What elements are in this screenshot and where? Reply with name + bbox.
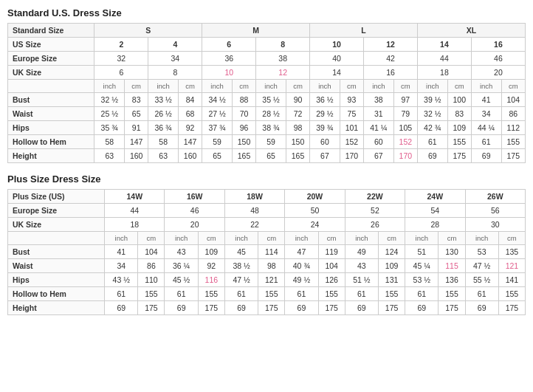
hips-cm: 96 xyxy=(232,121,255,135)
bust-val: 36 ½ xyxy=(310,93,340,107)
phips-cm: 131 xyxy=(379,273,405,287)
us-6: 6 xyxy=(202,38,256,52)
pbust-cm: 135 xyxy=(498,245,525,259)
plus-14w: 14W xyxy=(105,190,165,204)
plus-18w: 18W xyxy=(224,190,284,204)
unit-inch-1: inch xyxy=(94,80,125,93)
bust-cm: 100 xyxy=(447,93,471,107)
phollow-cm: 155 xyxy=(379,287,405,301)
plus-height-label: Height xyxy=(8,301,105,315)
europe-size-label: Europe Size xyxy=(8,52,94,66)
waist-cm: 70 xyxy=(232,107,255,121)
pbust-val: 43 xyxy=(165,245,198,259)
bust-val: 32 ½ xyxy=(94,93,125,107)
plus-size-label: Plus Size (US) xyxy=(8,190,105,204)
waist-cm: 72 xyxy=(286,107,309,121)
waist-val: 31 xyxy=(364,107,394,121)
peu-56: 56 xyxy=(465,204,526,218)
bust-val: 34 ½ xyxy=(202,93,233,107)
pwaist-cm: 98 xyxy=(258,259,285,273)
plus-waist-label: Waist xyxy=(8,259,105,273)
bust-val: 38 xyxy=(364,93,394,107)
unit-cm-3: cm xyxy=(232,80,255,93)
phips-cm: 141 xyxy=(498,273,525,287)
hips-cm: 105 xyxy=(393,121,417,135)
pbust-val: 51 xyxy=(405,245,439,259)
puk-28: 28 xyxy=(405,218,465,232)
phollow-val: 61 xyxy=(285,287,318,301)
uk-size-label: UK Size xyxy=(8,66,94,80)
hips-cm: 109 xyxy=(447,121,471,135)
unit-inch-3: inch xyxy=(202,80,233,93)
waist-label: Waist xyxy=(8,107,94,121)
us-2: 2 xyxy=(94,38,148,52)
phips-cm: 136 xyxy=(439,273,465,287)
pwaist-cm: 109 xyxy=(379,259,405,273)
unit-inch-8: inch xyxy=(471,80,501,93)
hips-val: 37 ¾ xyxy=(202,121,233,135)
hips-val: 42 ¾ xyxy=(417,121,447,135)
phollow-val: 61 xyxy=(405,287,439,301)
phollow-val: 61 xyxy=(224,287,258,301)
us-8: 8 xyxy=(256,38,310,52)
height-val: 63 xyxy=(148,149,179,163)
pwaist-cm: 86 xyxy=(138,259,165,273)
pwaist-val: 36 ¼ xyxy=(165,259,198,273)
hollow-val: 60 xyxy=(310,135,340,149)
pwaist-val: 40 ¾ xyxy=(285,259,318,273)
bust-cm: 84 xyxy=(178,93,202,107)
pwaist-cm-pink2: 121 xyxy=(498,259,525,273)
hollow-cm: 155 xyxy=(501,135,525,149)
unit-cm-2: cm xyxy=(178,80,202,93)
hollow-cm: 150 xyxy=(232,135,255,149)
pbust-cm: 119 xyxy=(318,245,345,259)
plus-unit-cm-1: cm xyxy=(138,232,165,245)
hips-val: 35 ¾ xyxy=(94,121,125,135)
waist-val: 28 ½ xyxy=(256,107,286,121)
hollow-cm-pink: 152 xyxy=(393,135,417,149)
hips-cm: 92 xyxy=(178,121,202,135)
hollow-cm: 150 xyxy=(286,135,309,149)
bust-val: 35 ½ xyxy=(256,93,286,107)
eu-42: 42 xyxy=(364,52,418,66)
pheight-cm: 175 xyxy=(498,301,525,315)
plus-unit-cm-2: cm xyxy=(198,232,224,245)
puk-24: 24 xyxy=(285,218,345,232)
phips-cm: 110 xyxy=(138,273,165,287)
plus-unit-inch-5: inch xyxy=(345,232,378,245)
waist-val: 26 ½ xyxy=(148,107,179,121)
waist-cm: 65 xyxy=(125,107,148,121)
height-val: 67 xyxy=(310,149,340,163)
peu-46: 46 xyxy=(165,204,224,218)
plus-24w: 24W xyxy=(405,190,465,204)
m-group: M xyxy=(202,24,310,38)
phips-val: 51 ½ xyxy=(345,273,378,287)
phips-cm: 121 xyxy=(258,273,285,287)
pheight-cm: 175 xyxy=(198,301,224,315)
bust-cm: 93 xyxy=(340,93,363,107)
height-val: 69 xyxy=(417,149,447,163)
pheight-cm: 175 xyxy=(439,301,465,315)
height-label: Height xyxy=(8,149,94,163)
bust-cm: 104 xyxy=(501,93,525,107)
uk-16: 16 xyxy=(364,66,418,80)
height-val: 69 xyxy=(471,149,501,163)
peu-44: 44 xyxy=(105,204,165,218)
waist-val: 27 ½ xyxy=(202,107,233,121)
bust-cm: 90 xyxy=(286,93,309,107)
eu-38: 38 xyxy=(256,52,310,66)
pheight-val: 69 xyxy=(285,301,318,315)
plus-hollow-label: Hollow to Hem xyxy=(8,287,105,301)
phips-cm-pink: 116 xyxy=(198,273,224,287)
plus-table: Plus Size (US) 14W 16W 18W 20W 22W 24W 2… xyxy=(7,189,526,315)
height-cm-pink: 170 xyxy=(393,149,417,163)
bust-cm: 97 xyxy=(393,93,417,107)
puk-22: 22 xyxy=(224,218,284,232)
hollow-cm: 152 xyxy=(340,135,363,149)
phips-val: 45 ½ xyxy=(165,273,198,287)
height-val: 65 xyxy=(202,149,233,163)
pheight-val: 69 xyxy=(345,301,378,315)
pheight-cm: 175 xyxy=(379,301,405,315)
unit-cm-1: cm xyxy=(125,80,148,93)
bust-val: 39 ½ xyxy=(417,93,447,107)
